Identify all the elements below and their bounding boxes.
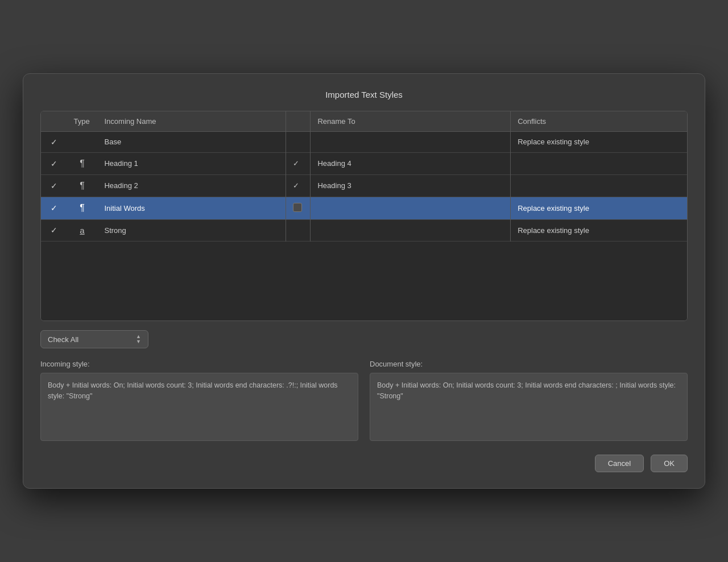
col-header-type: Type (67, 111, 98, 132)
col-header-sep (286, 111, 311, 132)
spacer-row (41, 241, 687, 320)
dialog-footer: Cancel OK (40, 455, 688, 472)
check-all-label: Check All (48, 335, 78, 344)
table-row[interactable]: ✓ Base Replace existing style (41, 131, 687, 152)
bottom-section: Check All ▲ ▼ Incoming style: Body + Ini… (40, 330, 688, 441)
styles-table-container: Type Incoming Name Rename To Conflicts ✓… (40, 111, 688, 322)
row-sep-base (286, 131, 311, 152)
document-style-content: Body + Initial words: On; Initial words … (370, 373, 688, 441)
row-rename-strong (311, 219, 511, 241)
ok-button[interactable]: OK (651, 455, 688, 472)
row-rename-heading1: Heading 4 (311, 152, 511, 174)
table-row[interactable]: ✓ ¶ Initial Words Replace existing style (41, 197, 687, 219)
row-check-heading1[interactable]: ✓ (41, 152, 67, 174)
document-style-panel: Document style: Body + Initial words: On… (370, 360, 688, 441)
table-row[interactable]: ✓ ¶ Heading 2 ✓ Heading 3 (41, 174, 687, 197)
row-type-base (67, 131, 98, 152)
col-header-check (41, 111, 67, 132)
incoming-style-panel: Incoming style: Body + Initial words: On… (40, 360, 358, 441)
row-incoming-strong: Strong (97, 219, 286, 241)
dialog-title: Imported Text Styles (40, 90, 688, 99)
style-panels: Incoming style: Body + Initial words: On… (40, 360, 688, 441)
row-check-base[interactable]: ✓ (41, 131, 67, 152)
row-check-initial-words[interactable]: ✓ (41, 197, 67, 219)
row-conflicts-heading2 (511, 174, 687, 197)
row-incoming-heading1: Heading 1 (97, 152, 286, 174)
row-sep-initial-words (286, 197, 311, 219)
document-style-label: Document style: (370, 360, 688, 368)
incoming-style-content: Body + Initial words: On; Initial words … (40, 373, 358, 441)
row-conflicts-initial-words: Replace existing style (511, 197, 687, 219)
row-incoming-initial-words: Initial Words (97, 197, 286, 219)
row-type-strong: a (67, 219, 98, 241)
rename-checkbox-initial-words[interactable] (293, 203, 302, 212)
imported-text-styles-dialog: Imported Text Styles Type Incoming Name … (23, 73, 705, 489)
row-sep-heading1: ✓ (286, 152, 311, 174)
row-conflicts-heading1 (511, 152, 687, 174)
col-header-incoming: Incoming Name (97, 111, 286, 132)
row-type-heading2: ¶ (67, 174, 98, 197)
row-rename-base (311, 131, 511, 152)
row-type-heading1: ¶ (67, 152, 98, 174)
row-check-strong[interactable]: ✓ (41, 219, 67, 241)
row-rename-initial-words (311, 197, 511, 219)
row-check-heading2[interactable]: ✓ (41, 174, 67, 197)
row-conflicts-base: Replace existing style (511, 131, 687, 152)
row-conflicts-strong: Replace existing style (511, 219, 687, 241)
col-header-conflicts: Conflicts (511, 111, 687, 132)
check-all-dropdown[interactable]: Check All ▲ ▼ (40, 330, 148, 348)
styles-table: Type Incoming Name Rename To Conflicts ✓… (41, 111, 687, 321)
row-incoming-heading2: Heading 2 (97, 174, 286, 197)
cancel-button[interactable]: Cancel (595, 455, 644, 472)
row-type-initial-words: ¶ (67, 197, 98, 219)
table-row[interactable]: ✓ a Strong Replace existing style (41, 219, 687, 241)
col-header-rename: Rename To (311, 111, 511, 132)
dropdown-arrows-icon: ▲ ▼ (136, 334, 141, 344)
table-row[interactable]: ✓ ¶ Heading 1 ✓ Heading 4 (41, 152, 687, 174)
incoming-style-label: Incoming style: (40, 360, 358, 368)
row-sep-strong (286, 219, 311, 241)
row-rename-heading2: Heading 3 (311, 174, 511, 197)
row-sep-heading2: ✓ (286, 174, 311, 197)
row-incoming-base: Base (97, 131, 286, 152)
